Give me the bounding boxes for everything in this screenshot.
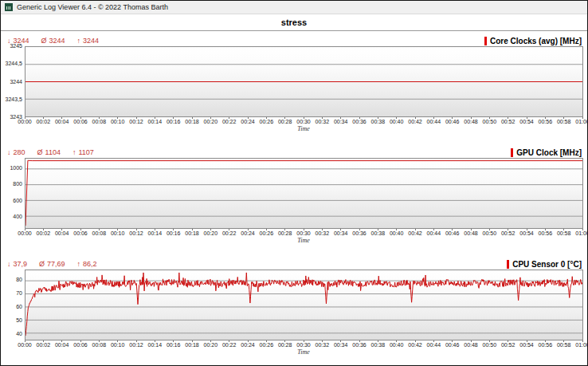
- y-axis-labels: 32453244,532443243,53243: [1, 46, 25, 117]
- y-tick-label: 70: [16, 290, 22, 297]
- x-tick-label: 01:00: [571, 340, 588, 348]
- y-tick-label: 400: [13, 214, 22, 220]
- chart-panel-core-clocks: ↓3244 Ø3244 ↑3244 Core Clocks (avg) [MHz…: [1, 31, 587, 143]
- y-tick-label: 60: [16, 304, 22, 310]
- stat-min-value: 280: [14, 148, 25, 156]
- stats-row: ↓37,9 Ø77,69 ↑86,2: [7, 260, 97, 268]
- legend-color-marker: [484, 37, 487, 45]
- stat-min: ↓37,9: [7, 260, 27, 268]
- window-titlebar[interactable]: Generic Log Viewer 6.4 - © 2022 Thomas B…: [1, 1, 587, 14]
- x-axis-labels: 00:0000:0200:0400:0600:0800:1000:1200:14…: [1, 117, 587, 124]
- stat-min-value: 37,9: [14, 260, 28, 268]
- stat-avg-value: 1104: [45, 148, 61, 156]
- plot-row: 1000800600400: [1, 158, 587, 229]
- plot-area-core-clocks[interactable]: [25, 46, 583, 117]
- app-icon: [5, 3, 13, 11]
- plot-area-gpu-clock[interactable]: [25, 158, 583, 229]
- data-series-line: [25, 273, 582, 336]
- x-axis-labels: 00:0000:0200:0400:0600:0800:1000:1200:14…: [1, 340, 587, 348]
- y-tick-label: 3245: [10, 43, 22, 49]
- y-tick-label: 50: [16, 317, 22, 324]
- panel-header: ↓3244 Ø3244 ↑3244 Core Clocks (avg) [MHz…: [1, 35, 587, 46]
- plot-row: 32453244,532443243,53243: [1, 46, 587, 117]
- chart-title: GPU Clock [MHz]: [511, 148, 582, 157]
- avg-icon: Ø: [37, 148, 43, 156]
- y-tick-label: 3243,5: [6, 96, 22, 103]
- panel-header: ↓37,9 Ø77,69 ↑86,2 CPU Sensor 0 [°C]: [1, 258, 587, 270]
- y-tick-label: 3244: [10, 79, 22, 85]
- chart-panel-gpu-clock: ↓280 Ø1104 ↑1107 GPU Clock [MHz] 1000800…: [1, 143, 587, 254]
- stat-max-value: 86,2: [83, 260, 97, 268]
- x-axis-title: Time: [25, 348, 582, 356]
- stat-min: ↓280: [7, 148, 25, 156]
- stat-max-value: 3244: [83, 37, 99, 45]
- max-arrow-icon: ↑: [77, 37, 81, 45]
- stat-avg-value: 3244: [49, 37, 65, 45]
- legend-color-marker: [507, 260, 509, 269]
- chart-panel-cpu-sensor: ↓37,9 Ø77,69 ↑86,2 CPU Sensor 0 [°C] 807…: [1, 254, 587, 366]
- plot-area-cpu-sensor[interactable]: [25, 270, 583, 340]
- legend-color-marker: [511, 148, 513, 157]
- x-tick-label: 01:00: [571, 229, 588, 236]
- y-axis-labels: 8070605040: [1, 270, 25, 340]
- y-tick-label: 80: [16, 277, 22, 283]
- chart-title: Core Clocks (avg) [MHz]: [484, 37, 582, 45]
- app-window: Generic Log Viewer 6.4 - © 2022 Thomas B…: [0, 0, 588, 366]
- stat-avg-value: 77,69: [47, 260, 65, 268]
- max-arrow-icon: ↑: [73, 148, 76, 156]
- avg-icon: Ø: [39, 260, 45, 268]
- stat-max-value: 1107: [78, 148, 93, 156]
- avg-icon: Ø: [41, 37, 47, 45]
- stat-avg: Ø77,69: [39, 260, 65, 268]
- plot-row: 8070605040: [1, 270, 587, 340]
- window-title: Generic Log Viewer 6.4 - © 2022 Thomas B…: [17, 3, 168, 11]
- panel-header: ↓280 Ø1104 ↑1107 GPU Clock [MHz]: [1, 147, 587, 158]
- x-axis-title: Time: [25, 124, 582, 133]
- y-axis-labels: 1000800600400: [1, 158, 25, 229]
- y-tick-label: 40: [16, 331, 22, 337]
- x-axis-title: Time: [25, 236, 582, 245]
- y-tick-label: 1000: [10, 165, 22, 171]
- y-tick-label: 600: [13, 198, 22, 204]
- log-tab-title: stress: [1, 14, 587, 31]
- chart-title: CPU Sensor 0 [°C]: [507, 260, 582, 269]
- x-tick-label: 01:00: [571, 117, 588, 124]
- min-arrow-icon: ↓: [7, 260, 11, 268]
- max-arrow-icon: ↑: [77, 260, 81, 268]
- stat-max: ↑1107: [73, 148, 94, 156]
- stat-avg: Ø3244: [41, 37, 65, 45]
- stat-max: ↑86,2: [77, 260, 97, 268]
- stat-max: ↑3244: [77, 37, 100, 45]
- stat-avg: Ø1104: [37, 148, 61, 156]
- x-axis-labels: 00:0000:0200:0400:0600:0800:1000:1200:14…: [1, 229, 587, 236]
- y-tick-label: 800: [13, 181, 22, 187]
- stats-row: ↓280 Ø1104 ↑1107: [7, 148, 94, 156]
- min-arrow-icon: ↓: [7, 148, 11, 156]
- y-tick-label: 3244,5: [6, 61, 22, 67]
